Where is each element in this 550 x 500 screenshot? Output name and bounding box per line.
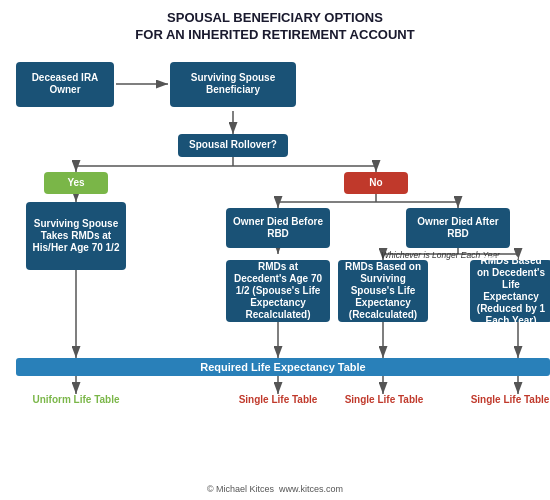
page-title: SPOUSAL BENEFICIARY OPTIONS FOR AN INHER…: [135, 10, 414, 44]
no-box: No: [344, 172, 408, 194]
rmds-decedent-reduced-box: RMDs Based on Decedent's Life Expectancy…: [470, 260, 550, 322]
rmds-surviving-box: RMDs Based on Surviving Spouse's Life Ex…: [338, 260, 428, 322]
single-life-table-3-label: Single Life Table: [468, 394, 550, 405]
deceased-ira-owner-box: Deceased IRA Owner: [16, 62, 114, 107]
owner-died-before-box: Owner Died Before RBD: [226, 208, 330, 248]
surviving-spouse-box: Surviving Spouse Beneficiary: [170, 62, 296, 107]
single-life-table-2-label: Single Life Table: [336, 394, 432, 405]
rmds-decedent-box: RMDs at Decedent's Age 70 1/2 (Spouse's …: [226, 260, 330, 322]
owner-died-after-box: Owner Died After RBD: [406, 208, 510, 248]
yes-box: Yes: [44, 172, 108, 194]
spousal-rollover-box: Spousal Rollover?: [178, 134, 288, 157]
page-container: SPOUSAL BENEFICIARY OPTIONS FOR AN INHER…: [0, 0, 550, 500]
single-life-table-1-label: Single Life Table: [226, 394, 330, 405]
flowchart: Deceased IRA Owner Surviving Spouse Bene…: [8, 54, 542, 480]
footer: © Michael Kitces www.kitces.com: [207, 484, 343, 494]
surviving-spouse-rmds-box: Surviving Spouse Takes RMDs at His/Her A…: [26, 202, 126, 270]
uniform-life-table-label: Uniform Life Table: [26, 394, 126, 405]
required-life-table-bar: Required Life Expectancy Table: [16, 358, 550, 376]
